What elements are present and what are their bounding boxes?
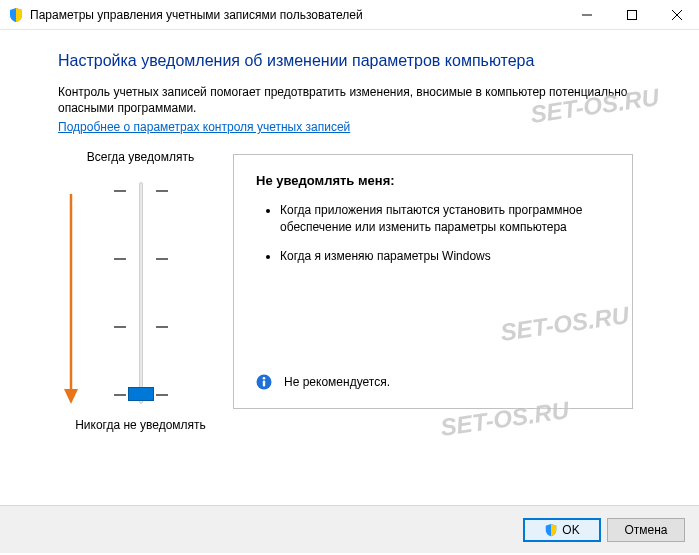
info-list-item: Когда приложения пытаются установить про…: [280, 202, 610, 236]
maximize-button[interactable]: [609, 0, 654, 30]
slider-tick: [114, 258, 126, 260]
info-panel: Не уведомлять меня: Когда приложения пыт…: [233, 154, 633, 409]
shield-icon: [544, 523, 558, 537]
ok-button[interactable]: OK: [523, 518, 601, 542]
slider-tick: [114, 190, 126, 192]
description-text: Контроль учетных записей помогает предот…: [58, 84, 661, 116]
slider-column: Всегда уведомлять Никогда не уведомлять: [58, 154, 223, 409]
slider-tick: [156, 394, 168, 396]
info-footer: Не рекомендуется.: [256, 374, 390, 390]
cancel-button[interactable]: Отмена: [607, 518, 685, 542]
slider-label-bottom: Никогда не уведомлять: [58, 418, 223, 432]
slider-tick: [156, 326, 168, 328]
svg-rect-1: [627, 11, 636, 20]
svg-point-7: [263, 377, 266, 380]
slider-area: Всегда уведомлять Никогда не уведомлять …: [58, 154, 661, 409]
button-bar: OK Отмена: [0, 505, 699, 553]
svg-marker-5: [64, 389, 78, 404]
ok-button-label: OK: [562, 523, 579, 537]
info-list: Когда приложения пытаются установить про…: [256, 202, 610, 264]
window-controls: [564, 0, 699, 29]
page-heading: Настройка уведомления об изменении парам…: [58, 52, 661, 70]
titlebar: Параметры управления учетными записями п…: [0, 0, 699, 30]
slider-thumb[interactable]: [128, 387, 154, 401]
info-icon: [256, 374, 272, 390]
learn-more-link[interactable]: Подробнее о параметрах контроля учетных …: [58, 120, 350, 134]
slider-tick: [114, 326, 126, 328]
window-title: Параметры управления учетными записями п…: [30, 8, 564, 22]
shield-icon: [8, 7, 24, 23]
slider-track: [139, 182, 143, 404]
minimize-button[interactable]: [564, 0, 609, 30]
slider-label-top: Всегда уведомлять: [58, 150, 223, 164]
arrow-annotation: [64, 194, 78, 407]
cancel-button-label: Отмена: [624, 523, 667, 537]
notification-slider[interactable]: [132, 180, 152, 406]
close-button[interactable]: [654, 0, 699, 30]
info-list-item: Когда я изменяю параметры Windows: [280, 248, 610, 265]
svg-rect-8: [263, 381, 265, 387]
slider-tick: [156, 190, 168, 192]
slider-tick: [114, 394, 126, 396]
slider-tick: [156, 258, 168, 260]
recommendation-text: Не рекомендуется.: [284, 375, 390, 389]
info-title: Не уведомлять меня:: [256, 173, 610, 188]
content-area: Настройка уведомления об изменении парам…: [0, 30, 699, 505]
